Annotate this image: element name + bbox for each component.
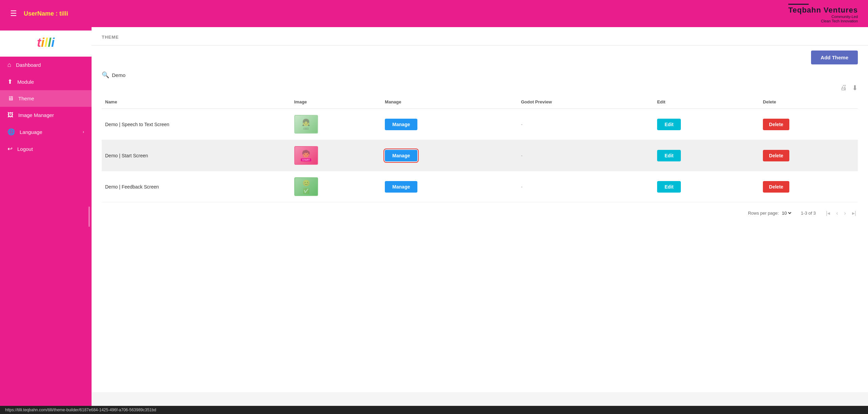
row-3-manage-button[interactable]: Manage [385, 181, 417, 193]
main-content: THEME Add Theme 🔍 Demo 🖨 ⬇ [92, 27, 868, 406]
table-row: Demo | Start Screen 🧒 START [102, 140, 858, 171]
add-theme-button[interactable]: Add Theme [811, 51, 858, 64]
row-2-delete-cell: Delete [760, 140, 858, 171]
company-tagline-2: Clean Tech Innovation [788, 19, 858, 23]
row-3-delete-button[interactable]: Delete [763, 181, 789, 193]
action-icons-bar: 🖨 ⬇ [92, 84, 868, 95]
row-1-thumbnail: 👧 □□□ [294, 115, 318, 134]
next-page-button[interactable]: › [843, 210, 848, 217]
tilli-logo: t i l l i [37, 36, 55, 50]
username-label: UserName : [24, 10, 59, 17]
row-3-manage-cell: Manage [381, 171, 517, 202]
table-row: Demo | Feedback Screen 😊 ✅ [102, 171, 858, 202]
image-manager-icon: 🖼 [7, 112, 14, 119]
username-display: UserName : tilli [24, 10, 68, 17]
row-1-name: Demo | Speech to Text Screen [102, 109, 291, 140]
search-value: Demo [112, 72, 125, 78]
col-header-name: Name [102, 95, 291, 109]
sidebar-label-language: Language [20, 129, 42, 135]
username-value: tilli [59, 10, 68, 17]
row-1-delete-button[interactable]: Delete [763, 119, 789, 130]
col-header-manage: Manage [381, 95, 517, 109]
row-2-godot-value: - [521, 153, 522, 158]
status-url: https://tilli.teqbahn.com/tilli/theme-bu… [5, 408, 156, 412]
row-3-thumbnail: 😊 ✅ [294, 177, 318, 196]
sidebar-item-image-manager[interactable]: 🖼 Image Manager [0, 107, 92, 123]
logo-letter-t: t [37, 36, 41, 50]
company-name: Teqbahn Ventures [788, 6, 858, 15]
logo-letter-i2: i [51, 36, 55, 50]
row-2-image: 🧒 START [291, 140, 382, 171]
first-page-button[interactable]: |◂ [824, 209, 832, 217]
row-1-manage-button[interactable]: Manage [385, 119, 417, 130]
row-2-name: Demo | Start Screen [102, 140, 291, 171]
sidebar-item-language[interactable]: 🌐 Language › [0, 123, 92, 140]
thumb-1-inner: 👧 □□□ [295, 116, 317, 133]
header-left: ☰ UserName : tilli [10, 9, 68, 18]
logout-icon: ↩ [7, 145, 13, 153]
row-3-godot-value: - [521, 184, 522, 190]
col-header-delete: Delete [760, 95, 858, 109]
last-page-button[interactable]: ▸| [850, 209, 858, 217]
row-1-edit-button[interactable]: Edit [657, 119, 681, 130]
sidebar-scrollbar [88, 206, 90, 227]
sidebar-label-dashboard: Dashboard [16, 62, 41, 68]
row-3-delete-cell: Delete [760, 171, 858, 202]
logo-underline-decoration [788, 4, 809, 5]
pagination-bar: Rows per page: 10 25 50 1-3 of 3 |◂ ‹ › … [92, 202, 868, 224]
row-1-manage-cell: Manage [381, 109, 517, 140]
theme-table-container: Name Image Manage Godot Preview Edit Del… [92, 95, 868, 202]
hamburger-icon[interactable]: ☰ [10, 9, 17, 18]
row-1-delete-cell: Delete [760, 109, 858, 140]
search-icon: 🔍 [102, 71, 109, 79]
module-icon: ⬆ [7, 78, 13, 85]
row-1-edit-cell: Edit [654, 109, 760, 140]
sidebar-item-logout[interactable]: ↩ Logout [0, 140, 92, 157]
sidebar-label-theme: Theme [18, 96, 34, 101]
rows-per-page-label: Rows per page: [748, 211, 779, 216]
download-icon[interactable]: ⬇ [852, 84, 858, 92]
status-bar: https://tilli.teqbahn.com/tilli/theme-bu… [0, 406, 868, 414]
company-logo: Teqbahn Ventures Community-Led Clean Tec… [788, 4, 858, 24]
row-1-image: 👧 □□□ [291, 109, 382, 140]
logo-letter-l2: l [48, 36, 51, 50]
page-content: THEME Add Theme 🔍 Demo 🖨 ⬇ [92, 27, 868, 392]
row-3-image: 😊 ✅ [291, 171, 382, 202]
row-1-godot: - [517, 109, 653, 140]
home-icon: ⌂ [7, 61, 11, 68]
chevron-right-icon: › [83, 130, 84, 134]
theme-icon: 🖥 [7, 95, 14, 102]
header: ☰ UserName : tilli Teqbahn Ventures Comm… [0, 0, 868, 27]
row-2-manage-button[interactable]: Manage [385, 150, 417, 161]
row-3-edit-button[interactable]: Edit [657, 181, 681, 193]
sidebar-item-module[interactable]: ⬆ Module [0, 73, 92, 90]
rows-per-page-select[interactable]: 10 25 50 [781, 210, 792, 216]
theme-table: Name Image Manage Godot Preview Edit Del… [102, 95, 858, 202]
sidebar-item-dashboard[interactable]: ⌂ Dashboard [0, 57, 92, 73]
row-2-manage-cell: Manage [381, 140, 517, 171]
language-icon: 🌐 [7, 128, 15, 136]
sidebar-label-image-manager: Image Manager [18, 112, 54, 118]
row-3-edit-cell: Edit [654, 171, 760, 202]
row-2-delete-button[interactable]: Delete [763, 150, 789, 161]
row-2-edit-button[interactable]: Edit [657, 150, 681, 161]
sidebar-item-theme[interactable]: 🖥 Theme [0, 90, 92, 107]
row-3-godot: - [517, 171, 653, 202]
sidebar-label-module: Module [17, 79, 34, 85]
thumb-3-inner: 😊 ✅ [295, 178, 317, 195]
logo-letter-l1: l [44, 36, 48, 50]
row-2-thumbnail: 🧒 START [294, 146, 318, 165]
sidebar-label-logout: Logout [17, 146, 33, 152]
company-tagline-1: Community-Led [788, 15, 858, 19]
print-icon[interactable]: 🖨 [840, 84, 847, 92]
page-title: THEME [102, 35, 119, 40]
main-layout: t i l l i ⌂ Dashboard ⬆ Module 🖥 Theme 🖼… [0, 27, 868, 406]
toolbar: Add Theme [92, 45, 868, 70]
col-header-image: Image [291, 95, 382, 109]
row-3-name: Demo | Feedback Screen [102, 171, 291, 202]
col-header-godot: Godot Preview [517, 95, 653, 109]
rows-per-page: Rows per page: 10 25 50 [748, 210, 792, 216]
row-1-godot-value: - [521, 122, 522, 127]
thumb-2-inner: 🧒 START [295, 147, 317, 164]
prev-page-button[interactable]: ‹ [834, 210, 840, 217]
